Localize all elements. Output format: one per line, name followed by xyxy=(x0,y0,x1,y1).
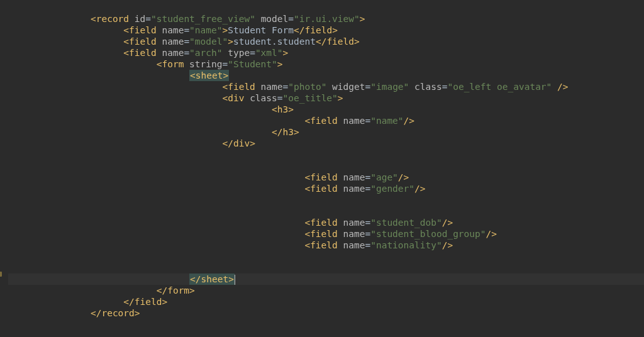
gutter-mark xyxy=(0,272,2,277)
text-cursor xyxy=(235,275,235,285)
code-line[interactable]: <h3> xyxy=(8,104,644,115)
code-line[interactable]: <field name="nationality"/> xyxy=(8,240,644,251)
code-line[interactable] xyxy=(8,160,644,172)
code-line[interactable]: </field> xyxy=(8,296,644,307)
code-line[interactable]: </div> xyxy=(8,138,644,149)
code-line[interactable] xyxy=(8,330,644,337)
code-line[interactable]: <field name="name"/> xyxy=(8,115,644,126)
code-line[interactable]: <field name="student_blood_group"/> xyxy=(8,228,644,240)
code-line[interactable]: <field name="photo" widget="image" class… xyxy=(8,81,644,92)
code-line[interactable]: <field name="name">Student Form</field> xyxy=(8,25,644,36)
code-line[interactable] xyxy=(8,149,644,160)
code-line[interactable]: <field name="age"/> xyxy=(8,172,644,183)
code-line[interactable]: </h3> xyxy=(8,126,644,138)
code-line[interactable] xyxy=(8,206,644,217)
code-line[interactable]: <field name="arch" type="xml"> xyxy=(8,47,644,58)
code-line[interactable]: <field name="model">student.student</fie… xyxy=(8,36,644,47)
code-line[interactable]: </record> xyxy=(8,307,644,319)
code-line[interactable] xyxy=(8,262,644,273)
code-line[interactable] xyxy=(8,251,644,262)
code-line[interactable]: <record id="student_free_view" model="ir… xyxy=(8,13,644,25)
code-line[interactable] xyxy=(8,2,644,13)
code-line[interactable]: <field name="gender"/> xyxy=(8,183,644,194)
code-line[interactable]: <div class="oe_title"> xyxy=(8,92,644,104)
code-line[interactable]: <form string="Student"> xyxy=(8,58,644,70)
code-line[interactable]: <field name="student_dob"/> xyxy=(8,217,644,228)
code-line[interactable] xyxy=(8,194,644,206)
code-editor[interactable]: <record id="student_free_view" model="ir… xyxy=(0,0,644,337)
code-line[interactable]: </sheet> xyxy=(8,273,644,285)
code-line[interactable] xyxy=(8,319,644,330)
code-line[interactable]: </form> xyxy=(8,285,644,296)
code-line[interactable]: <sheet> xyxy=(8,70,644,81)
